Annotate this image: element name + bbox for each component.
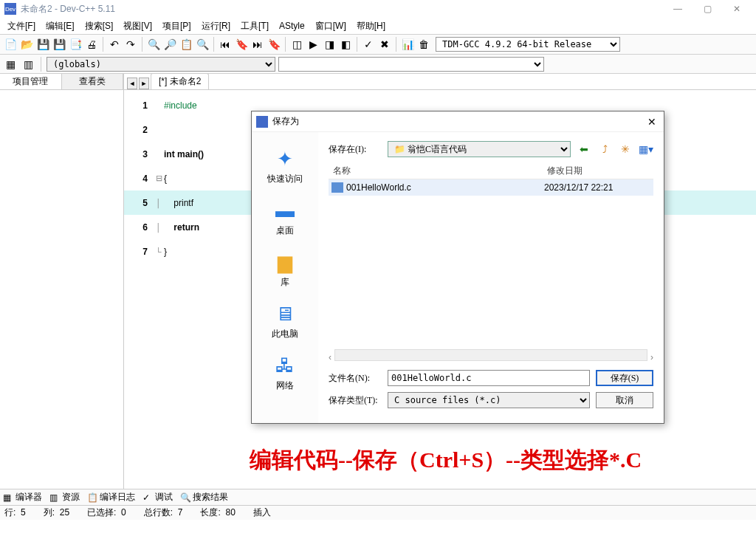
profile-icon[interactable]: 📊 — [400, 37, 415, 52]
col-name[interactable]: 名称 — [329, 163, 543, 179]
up-icon[interactable]: ⤴ — [597, 142, 612, 157]
fold-gutter[interactable]: │ — [154, 199, 164, 207]
col-date[interactable]: 修改日期 — [543, 163, 587, 179]
new-file-icon[interactable]: 📄 — [3, 37, 18, 52]
tab-debug[interactable]: ✓调试 — [142, 491, 173, 504]
find-files-icon[interactable]: 📋 — [179, 37, 193, 52]
dialog-titlebar: 保存为 ✕ — [252, 111, 664, 132]
bookmark-icon[interactable]: 🔖 — [234, 37, 249, 52]
file-name: 001HelloWorld.c — [346, 182, 544, 193]
globals-select[interactable]: (globals) — [47, 57, 275, 72]
tab-compiler[interactable]: ▦编译器 — [3, 491, 42, 504]
open-icon[interactable]: 📂 — [19, 37, 34, 52]
tab-resources[interactable]: ▥资源 — [49, 491, 80, 504]
separator — [142, 37, 142, 52]
line-number: 7 — [124, 247, 154, 257]
goto-next-icon[interactable]: ⏭ — [250, 37, 265, 52]
dialog-app-icon — [256, 116, 268, 128]
compiler-select[interactable]: TDM-GCC 4.9.2 64-bit Release — [436, 37, 620, 52]
filetype-select[interactable]: C source files (*.c) — [388, 392, 590, 408]
line-number: 1 — [124, 100, 154, 111]
back-icon[interactable]: ⬅ — [577, 142, 591, 157]
compile-run-icon[interactable]: ◨ — [322, 37, 337, 52]
compile-icon[interactable]: ◫ — [289, 37, 304, 52]
menu-edit[interactable]: 编辑[E] — [41, 18, 79, 34]
menu-astyle[interactable]: AStyle — [275, 19, 309, 32]
place-网络[interactable]: 🖧网络 — [273, 354, 297, 392]
menu-search[interactable]: 搜索[S] — [80, 18, 118, 34]
menu-file[interactable]: 文件[F] — [3, 18, 40, 34]
maximize-button[interactable]: ▢ — [693, 4, 722, 14]
dialog-close-button[interactable]: ✕ — [645, 116, 659, 128]
tab-classes[interactable]: 查看类 — [62, 74, 124, 89]
find-next-icon[interactable]: 🔍 — [195, 37, 210, 52]
find-icon[interactable]: 🔍 — [146, 37, 161, 52]
menu-view[interactable]: 视图[V] — [119, 18, 157, 34]
delete-profile-icon[interactable]: 🗑 — [416, 37, 431, 52]
close-file-icon[interactable]: 📑 — [68, 37, 83, 52]
file-row[interactable]: 001HelloWorld.c 2023/12/17 22:21 — [329, 179, 653, 196]
close-button[interactable]: ✕ — [722, 4, 752, 14]
tab-next-icon[interactable]: ► — [139, 78, 149, 89]
place-label: 网络 — [276, 379, 294, 392]
status-line: 行: 5 — [4, 506, 26, 519]
print-icon[interactable]: 🖨 — [84, 37, 99, 52]
save-as-dialog: 保存为 ✕ ✦快速访问▬桌面▆库🖥此电脑🖧网络 保存在(I): 📁 翁恺C语言代… — [251, 111, 664, 424]
menu-help[interactable]: 帮助[H] — [352, 18, 390, 34]
save-button[interactable]: 保存(S) — [596, 370, 653, 386]
menu-window[interactable]: 窗口[W] — [311, 18, 351, 34]
titlebar: Dev 未命名2 - Dev-C++ 5.11 — ▢ ✕ — [0, 0, 756, 18]
save-icon[interactable]: 💾 — [35, 37, 50, 52]
debug-tab-icon: ✓ — [142, 492, 153, 503]
tab-prev-icon[interactable]: ◄ — [127, 78, 137, 89]
menu-tools[interactable]: 工具[T] — [236, 18, 273, 34]
place-此电脑[interactable]: 🖥此电脑 — [272, 302, 298, 340]
undo-icon[interactable]: ↶ — [107, 37, 122, 52]
replace-icon[interactable]: 🔎 — [162, 37, 177, 52]
scroll-left-icon[interactable]: ‹ — [329, 352, 331, 363]
separator — [285, 37, 286, 52]
line-number: 5 — [124, 198, 154, 208]
file-list[interactable]: 名称 修改日期 001HelloWorld.c 2023/12/17 22:21 — [329, 163, 653, 346]
fold-gutter[interactable]: └ — [154, 247, 164, 256]
location-select[interactable]: 📁 翁恺C语言代码 — [388, 141, 571, 157]
file-date: 2023/12/17 22:21 — [544, 182, 613, 193]
fold-gutter[interactable]: ⊟ — [154, 173, 164, 183]
menu-project[interactable]: 项目[P] — [158, 18, 196, 34]
cancel-button[interactable]: 取消 — [596, 392, 653, 408]
filename-input[interactable] — [388, 370, 590, 386]
new-folder-icon[interactable]: ✳ — [618, 142, 633, 157]
place-库[interactable]: ▆库 — [273, 250, 297, 289]
statusbar: 行: 5 列: 25 已选择: 0 总行数: 7 长度: 80 插入 — [0, 505, 756, 520]
tab-compile-log[interactable]: 📋编译日志 — [87, 491, 135, 504]
new-other-icon[interactable]: ▥ — [21, 57, 35, 72]
goto-prev-icon[interactable]: ⏮ — [218, 37, 233, 52]
savein-row: 保存在(I): 📁 翁恺C语言代码 ⬅ ⤴ ✳ ▦▾ — [329, 141, 653, 157]
status-total-lines: 总行数: 7 — [144, 506, 183, 519]
new-class-icon[interactable]: ▦ — [3, 57, 18, 72]
tab-search-results[interactable]: 🔍搜索结果 — [180, 491, 228, 504]
code-text: #include — [164, 100, 199, 111]
place-快速访问[interactable]: ✦快速访问 — [267, 147, 303, 185]
stop-icon[interactable]: ✖ — [377, 37, 392, 52]
editor-tab[interactable]: [*] 未命名2 — [151, 73, 209, 89]
sidebar-tabs: 项目管理 查看类 — [0, 74, 123, 90]
debug-icon[interactable]: ✓ — [361, 37, 376, 52]
view-menu-icon[interactable]: ▦▾ — [639, 142, 653, 157]
horizontal-scrollbar[interactable] — [334, 349, 647, 361]
place-桌面[interactable]: ▬桌面 — [273, 199, 297, 237]
symbol-select[interactable] — [278, 57, 544, 72]
scroll-right-icon[interactable]: › — [650, 352, 653, 363]
rebuild-icon[interactable]: ◧ — [338, 37, 353, 52]
status-mode: 插入 — [253, 506, 271, 519]
run-icon[interactable]: ▶ — [306, 37, 320, 52]
fold-gutter[interactable]: │ — [154, 223, 164, 232]
minimize-button[interactable]: — — [663, 4, 693, 14]
save-all-icon[interactable]: 💾 — [52, 37, 66, 52]
log-icon: 📋 — [87, 492, 97, 503]
tab-project[interactable]: 项目管理 — [0, 74, 62, 89]
menu-run[interactable]: 运行[R] — [197, 18, 235, 34]
separator — [396, 37, 396, 52]
goto-line-icon[interactable]: 🔖 — [267, 37, 281, 52]
redo-icon[interactable]: ↷ — [123, 37, 138, 52]
